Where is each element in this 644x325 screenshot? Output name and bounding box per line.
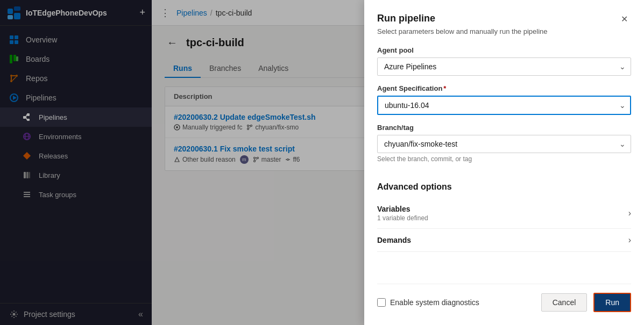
chevron-right-icon: › — [628, 208, 631, 218]
agent-spec-group: Agent Specification* ubuntu-16.04 ubuntu… — [377, 84, 631, 115]
dialog-header: Run pipeline ✕ — [377, 13, 631, 25]
dialog-subtitle: Select parameters below and manually run… — [377, 27, 631, 35]
variables-row[interactable]: Variables 1 variable defined › — [377, 198, 631, 229]
cancel-button[interactable]: Cancel — [541, 293, 588, 312]
run-pipeline-dialog: Run pipeline ✕ Select parameters below a… — [364, 0, 644, 325]
dialog-title: Run pipeline — [377, 13, 435, 24]
chevron-right-icon: › — [628, 235, 631, 245]
dialog-footer: Enable system diagnostics Cancel Run — [377, 284, 631, 312]
agent-pool-select-wrapper: Azure Pipelines Default ⌄ — [377, 57, 631, 76]
run-button[interactable]: Run — [593, 293, 631, 312]
diagnostics-group: Enable system diagnostics — [377, 298, 535, 307]
agent-spec-select-wrapper: ubuntu-16.04 ubuntu-18.04 ubuntu-20.04 w… — [377, 96, 631, 115]
advanced-options-title: Advanced options — [377, 182, 631, 192]
diagnostics-checkbox[interactable] — [377, 298, 386, 307]
branch-tag-group: Branch/tag chyuan/fix-smoke-test master … — [377, 124, 631, 163]
branch-tag-select-wrapper: chyuan/fix-smoke-test master dev ⌄ — [377, 135, 631, 153]
agent-spec-select[interactable]: ubuntu-16.04 ubuntu-18.04 ubuntu-20.04 w… — [377, 96, 631, 115]
variables-sub: 1 variable defined — [377, 214, 428, 222]
branch-tag-hint: Select the branch, commit, or tag — [377, 155, 631, 163]
dialog-close-button[interactable]: ✕ — [618, 13, 631, 25]
branch-tag-select[interactable]: chyuan/fix-smoke-test master dev — [377, 135, 631, 153]
agent-spec-label: Agent Specification* — [377, 84, 631, 92]
demands-row[interactable]: Demands › — [377, 229, 631, 252]
agent-pool-select[interactable]: Azure Pipelines Default — [377, 57, 631, 76]
modal-overlay: Run pipeline ✕ Select parameters below a… — [0, 0, 644, 325]
branch-tag-label: Branch/tag — [377, 124, 631, 132]
required-marker: * — [443, 84, 446, 92]
agent-pool-label: Agent pool — [377, 46, 631, 54]
variables-title: Variables — [377, 205, 428, 213]
agent-pool-group: Agent pool Azure Pipelines Default ⌄ — [377, 46, 631, 76]
demands-title: Demands — [377, 236, 411, 244]
diagnostics-label[interactable]: Enable system diagnostics — [390, 298, 479, 307]
